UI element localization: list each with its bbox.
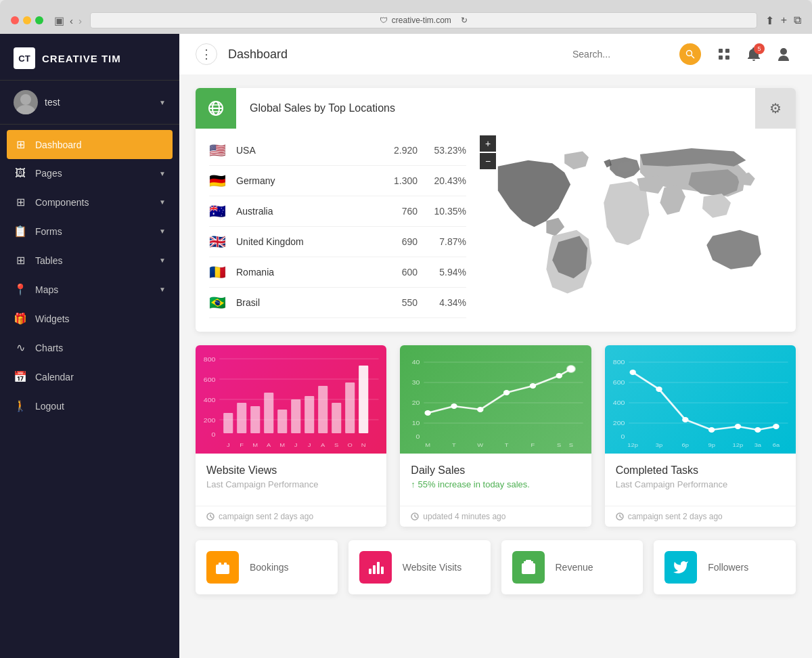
country-value-uk: 690 (377, 236, 418, 247)
country-pct-australia: 10.35% (426, 206, 466, 217)
search-button[interactable] (679, 43, 701, 65)
svg-text:20: 20 (412, 399, 420, 406)
country-pct-usa: 53.23% (426, 145, 466, 156)
settings-button[interactable]: ⚙ (755, 88, 796, 129)
table-row: 🇺🇸 USA 2.920 53.23% (209, 135, 466, 166)
sidebar-item-charts[interactable]: ∿ Charts (0, 333, 179, 362)
map-controls: + − (480, 135, 496, 169)
svg-text:S: S (569, 442, 573, 448)
traffic-light-green[interactable] (35, 16, 43, 24)
traffic-light-red[interactable] (11, 16, 19, 24)
svg-text:3a: 3a (754, 442, 761, 448)
flag-usa: 🇺🇸 (209, 142, 228, 158)
svg-point-59 (477, 407, 483, 412)
notification-badge: 5 (754, 43, 765, 54)
sidebar-nav: ⊞ Dashboard 🖼 Pages ▼ ⊞ Components ▼ 📋 F… (0, 125, 179, 658)
forward-icon[interactable]: › (78, 15, 82, 26)
revenue-icon (512, 551, 545, 584)
header: ⋮ Dashboard 5 (179, 34, 812, 74)
bottom-card-bookings[interactable]: Bookings (196, 540, 338, 594)
sidebar-item-dashboard[interactable]: ⊞ Dashboard (7, 130, 173, 159)
sidebar-item-calendar[interactable]: 📅 Calendar (0, 362, 179, 391)
map-card: Global Sales by Top Locations ⚙ 🇺🇸 USA 2… (196, 88, 796, 332)
svg-text:400: 400 (204, 397, 216, 403)
address-bar: 🛡 creative-tim.com ↻ (90, 12, 757, 28)
bottom-card-label-website-visits: Website Visits (403, 562, 461, 573)
svg-text:T: T (452, 442, 456, 448)
svg-text:S: S (557, 442, 561, 448)
duplicate-icon[interactable]: ⧉ (794, 14, 801, 27)
table-row: 🇩🇪 Germany 1.300 20.43% (209, 166, 466, 196)
bottom-card-website-visits[interactable]: Website Visits (348, 540, 491, 594)
table-row: 🇦🇺 Australia 760 10.35% (209, 196, 466, 227)
sidebar-item-pages[interactable]: 🖼 Pages ▼ (0, 159, 179, 188)
country-name-usa: USA (236, 145, 369, 156)
sidebar-item-components[interactable]: ⊞ Components ▼ (0, 188, 179, 217)
country-pct-uk: 7.87% (426, 236, 466, 247)
svg-text:A: A (267, 442, 271, 448)
traffic-light-yellow[interactable] (23, 16, 31, 24)
chart-footer-text-daily-sales: updated 4 minutes ago (423, 512, 505, 521)
table-row: 🇧🇷 Brasil 550 4.34% (209, 288, 466, 318)
reload-icon[interactable]: ↻ (461, 16, 468, 25)
svg-rect-27 (277, 410, 287, 433)
map-card-icon (196, 88, 236, 129)
svg-text:M: M (426, 442, 431, 448)
bottom-card-followers[interactable]: Followers (654, 540, 796, 594)
sidebar-item-label-components: Components (35, 197, 89, 208)
maps-icon: 📍 (14, 283, 27, 296)
svg-text:12p: 12p (627, 442, 638, 448)
sidebar-item-widgets[interactable]: 🎁 Widgets (0, 304, 179, 333)
country-pct-romania: 5.94% (426, 267, 466, 278)
svg-text:0: 0 (621, 433, 625, 440)
svg-rect-102 (224, 563, 227, 566)
bottom-card-revenue[interactable]: Revenue (501, 540, 644, 594)
svg-text:800: 800 (612, 359, 625, 366)
sidebar-user[interactable]: test ▼ (0, 81, 179, 125)
svg-point-83 (629, 370, 635, 375)
user-profile-button[interactable] (771, 42, 796, 66)
clock-icon-tasks (616, 512, 624, 521)
forms-chevron-icon: ▼ (159, 227, 166, 235)
chart-footer-daily-sales: updated 4 minutes ago (400, 506, 591, 527)
flag-brasil: 🇧🇷 (209, 294, 228, 311)
clock-icon (206, 512, 215, 521)
svg-point-85 (682, 417, 688, 422)
sidebar-item-label-tables: Tables (35, 255, 62, 266)
map-zoom-out[interactable]: − (480, 153, 496, 169)
dashboard-icon: ⊞ (14, 138, 27, 151)
maps-chevron-icon: ▼ (159, 286, 166, 293)
share-icon[interactable]: ⬆ (765, 14, 774, 27)
svg-text:T: T (505, 442, 509, 448)
menu-button[interactable]: ⋮ (196, 43, 217, 65)
chart-header-daily-sales: 40 30 20 10 0 (400, 345, 591, 454)
map-zoom-in[interactable]: + (480, 135, 496, 152)
map-card-body: 🇺🇸 USA 2.920 53.23% 🇩🇪 Germany 1.300 20.… (196, 129, 796, 332)
country-name-australia: Australia (236, 206, 369, 217)
sidebar-item-maps[interactable]: 📍 Maps ▼ (0, 275, 179, 304)
svg-line-47 (210, 517, 212, 518)
bottom-card-label-revenue: Revenue (556, 562, 593, 573)
apps-button[interactable] (712, 42, 736, 66)
sidebar-item-tables[interactable]: ⊞ Tables ▼ (0, 246, 179, 275)
sidebar-item-forms[interactable]: 📋 Forms ▼ (0, 217, 179, 246)
back-icon[interactable]: ‹ (70, 15, 73, 26)
search-input[interactable] (572, 49, 674, 60)
sidebar-item-logout[interactable]: 🚶 Logout (0, 391, 179, 420)
chart-subtitle-website-views: Last Campaign Performance (206, 479, 376, 489)
user-name: test (45, 97, 152, 108)
country-value-brasil: 550 (377, 297, 418, 308)
svg-text:A: A (321, 442, 325, 448)
chart-card-daily-sales: 40 30 20 10 0 (400, 345, 591, 527)
avatar (14, 90, 38, 114)
svg-rect-28 (291, 399, 300, 433)
new-tab-icon[interactable]: + (781, 14, 787, 27)
country-value-usa: 2.920 (377, 145, 418, 156)
svg-point-1 (16, 105, 35, 114)
chart-subtitle-daily-sales: ↑ 55% increase in today sales. (411, 479, 580, 489)
chart-footer-website-views: campaign sent 2 days ago (196, 506, 386, 527)
notifications-button[interactable]: 5 (742, 42, 766, 66)
chart-title-daily-sales: Daily Sales (411, 464, 580, 477)
sidebar-toggle-icon[interactable]: ▣ (54, 14, 64, 27)
svg-text:0: 0 (416, 433, 420, 440)
